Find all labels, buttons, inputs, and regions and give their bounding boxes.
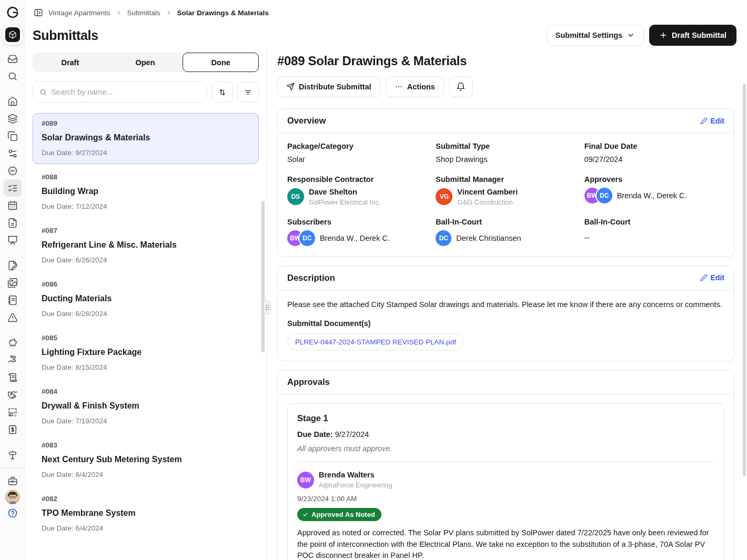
submittal-list-panel: Draft Open Done #089 Solar D xyxy=(25,49,263,560)
breadcrumb-section[interactable]: Submittals xyxy=(127,9,160,17)
notifications-button[interactable] xyxy=(449,76,473,97)
document-pill[interactable]: PLREV-0447-2024-STAMPED REVISED PLAN.pdf xyxy=(287,334,464,350)
search-nav-icon[interactable] xyxy=(4,67,22,85)
approvals-heading: Approvals xyxy=(287,377,330,387)
list-item[interactable]: #086 Ducting Materials Due Date: 6/28/20… xyxy=(33,274,259,325)
plus-icon xyxy=(659,31,668,39)
description-edit-button[interactable]: Edit xyxy=(700,273,724,282)
field-ball-in-court-2: Ball-In-Court -- xyxy=(584,218,724,246)
item-number: #086 xyxy=(42,280,250,288)
breadcrumb-project[interactable]: Vintage Apartments xyxy=(48,9,110,17)
item-due-date: Due Date: 8/15/2024 xyxy=(42,363,250,371)
help-icon[interactable] xyxy=(4,504,22,522)
documents-copy-icon[interactable] xyxy=(4,127,22,145)
item-title: Refrigerant Line & Misc. Materials xyxy=(42,240,250,250)
submittal-detail-panel: #089 Solar Drawings & Materials Distribu… xyxy=(271,49,747,560)
item-due-date: Due Date: 6/26/2024 xyxy=(42,256,250,264)
page-scrollbar[interactable] xyxy=(743,84,746,476)
approver-company: AlphaForce Engineering xyxy=(319,481,392,489)
sort-button[interactable] xyxy=(211,82,233,103)
home-icon[interactable] xyxy=(4,93,22,110)
panel-divider xyxy=(263,49,271,560)
breadcrumb: Vintage Apartments Submittals Solar Draw… xyxy=(25,0,747,21)
list-item[interactable]: #082 TPO Membrane System Due Date: 6/4/2… xyxy=(33,488,259,539)
search-box xyxy=(33,82,207,103)
approver-name: Brenda Walters xyxy=(319,471,392,480)
item-number: #087 xyxy=(42,227,250,235)
detail-title: #089 Solar Drawings & Materials xyxy=(277,54,734,68)
toolbox-icon[interactable] xyxy=(4,472,22,490)
send-icon xyxy=(286,83,295,91)
list-item[interactable]: #089 Solar Drawings & Materials Due Date… xyxy=(33,113,259,164)
scroll-icon[interactable] xyxy=(4,369,22,386)
list-item[interactable]: #083 Next Century Sub Metering System Du… xyxy=(33,435,259,486)
hand-coins-icon[interactable] xyxy=(4,351,22,369)
daily-log-icon[interactable] xyxy=(4,214,22,231)
stage-title: Stage 1 xyxy=(297,413,714,423)
list-item[interactable]: #084 Drywall & Finish System Due Date: 7… xyxy=(33,381,259,432)
item-number: #088 xyxy=(42,173,250,181)
list-item[interactable]: #087 Refrigerant Line & Misc. Materials … xyxy=(33,220,259,271)
invoice-dollar-icon[interactable] xyxy=(4,421,22,438)
avatar: DC xyxy=(597,188,612,203)
tab-draft[interactable]: Draft xyxy=(33,53,108,72)
field-ball-in-court: Ball-In-Court DC Derek Christiansen xyxy=(436,218,576,246)
list-item[interactable]: #088 Building Wrap Due Date: 7/12/2024 xyxy=(33,167,259,218)
check-icon xyxy=(302,512,308,517)
avatar: BW xyxy=(297,472,314,488)
actions-button[interactable]: Actions xyxy=(386,76,444,97)
rfi-icon[interactable]: RFI xyxy=(4,162,22,179)
item-title: Lighting Fixture Package xyxy=(42,348,250,357)
documents-label: Submittal Document(s) xyxy=(287,319,724,328)
item-number: #083 xyxy=(42,441,250,449)
search-input[interactable] xyxy=(51,88,200,96)
search-icon xyxy=(39,88,47,96)
active-module-button[interactable] xyxy=(3,25,23,45)
rail-divider xyxy=(1,467,25,468)
tab-open[interactable]: Open xyxy=(108,53,183,72)
signpost-icon[interactable] xyxy=(4,446,22,463)
pencil-icon xyxy=(700,117,708,125)
edit-label: Edit xyxy=(711,273,724,282)
file-sign-icon[interactable] xyxy=(4,257,22,274)
app-logo-icon[interactable] xyxy=(4,4,22,22)
tab-done[interactable]: Done xyxy=(183,53,259,72)
submittal-settings-button[interactable]: Submittal Settings xyxy=(547,25,644,46)
item-number: #085 xyxy=(42,334,250,342)
resize-grip[interactable] xyxy=(264,301,271,314)
submittal-settings-label: Submittal Settings xyxy=(556,31,622,39)
layers-icon[interactable] xyxy=(4,110,22,127)
piggy-bank-icon[interactable] xyxy=(4,334,22,351)
distribute-submittal-button[interactable]: Distribute Submittal xyxy=(277,76,380,97)
submittals-checklist-icon[interactable] xyxy=(4,179,22,197)
description-card: Description Edit Please see the attached… xyxy=(277,266,734,362)
sort-icon xyxy=(218,88,227,97)
presentation-icon[interactable] xyxy=(4,231,22,249)
submittal-list: #089 Solar Drawings & Materials Due Date… xyxy=(33,113,259,539)
calendar-icon[interactable] xyxy=(4,197,22,214)
filter-button[interactable] xyxy=(237,82,259,103)
collapse-sidebar-icon[interactable] xyxy=(34,8,43,17)
photos-icon[interactable] xyxy=(4,274,22,291)
item-due-date: Due Date: 6/4/2024 xyxy=(42,524,250,532)
item-title: Solar Drawings & Materials xyxy=(42,133,250,142)
overview-edit-button[interactable]: Edit xyxy=(700,117,724,125)
list-item[interactable]: #085 Lighting Fixture Package Due Date: … xyxy=(33,328,259,379)
approval-timestamp: 9/23/2024 1:00 AM xyxy=(297,495,714,503)
svg-text:RFI: RFI xyxy=(10,169,15,172)
overview-card: Overview Edit Package/Category Solar Sub… xyxy=(277,108,734,257)
avatar: VG xyxy=(436,188,452,205)
budget-icon[interactable] xyxy=(4,403,22,421)
user-avatar[interactable] xyxy=(5,490,20,504)
item-title: Building Wrap xyxy=(42,187,250,196)
approvals-card: Approvals Stage 1 Due Date: 9/27/2024 Al… xyxy=(277,370,734,560)
controls-sliders-icon[interactable] xyxy=(4,145,22,162)
notebook-icon[interactable] xyxy=(4,291,22,309)
inbox-icon[interactable] xyxy=(4,50,22,67)
item-title: Ducting Materials xyxy=(42,294,250,303)
chevron-right-icon xyxy=(116,9,122,16)
draft-submittal-button[interactable]: Draft Submittal xyxy=(649,25,736,46)
incidents-warning-icon[interactable] xyxy=(4,309,22,326)
handshake-icon[interactable] xyxy=(4,386,22,403)
item-title: Drywall & Finish System xyxy=(42,401,250,411)
